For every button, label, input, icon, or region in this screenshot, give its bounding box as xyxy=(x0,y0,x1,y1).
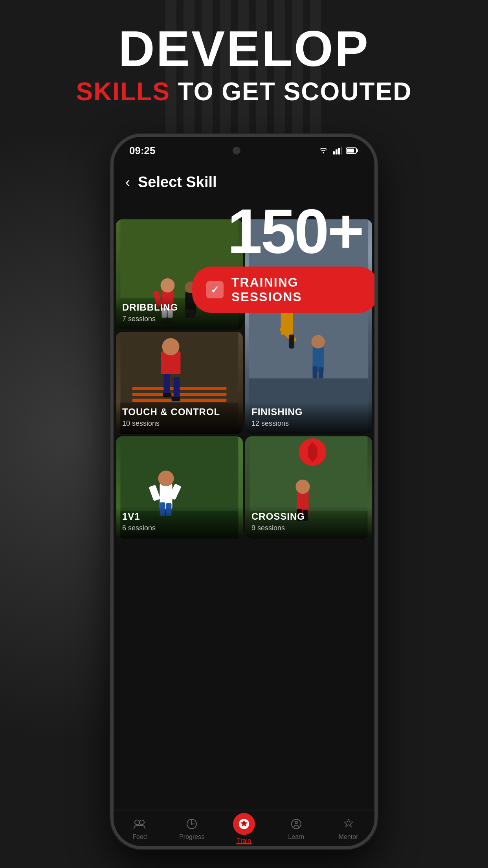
skills-count: 150+ xyxy=(227,200,363,263)
back-button[interactable]: ‹ xyxy=(125,175,130,189)
skill-card-1v1[interactable]: 1V1 6 sessions xyxy=(116,436,243,539)
phone-shell: 09:25 xyxy=(110,134,378,849)
nav-item-feed[interactable]: Feed xyxy=(114,817,166,840)
1v1-overlay: 1V1 6 sessions xyxy=(116,506,243,539)
svg-rect-6 xyxy=(347,149,354,153)
svg-rect-1 xyxy=(333,151,335,154)
status-bar: 09:25 xyxy=(114,137,374,164)
svg-marker-0 xyxy=(323,152,324,154)
finishing-sessions: 12 sessions xyxy=(251,419,366,428)
svg-marker-66 xyxy=(344,819,353,827)
nav-item-mentor[interactable]: Mentor xyxy=(322,817,374,840)
header-tagline: TO GET SCOUTED xyxy=(170,77,412,106)
count-overlay: 150+ xyxy=(227,200,363,263)
svg-point-61 xyxy=(191,823,193,825)
screen-topbar: ‹ Select Skill xyxy=(114,164,374,197)
touch-overlay: TOUCH & CONTROL 10 sessions xyxy=(116,402,243,434)
nav-item-progress[interactable]: Progress xyxy=(166,817,218,840)
svg-rect-3 xyxy=(338,148,340,154)
svg-point-29 xyxy=(312,335,325,348)
svg-rect-37 xyxy=(164,371,170,395)
svg-point-65 xyxy=(295,821,297,824)
phone-screen: ‹ Select Skill 150+ ✓ TRAINING SESSIONS xyxy=(114,164,374,846)
svg-point-55 xyxy=(296,480,310,494)
learn-icon xyxy=(289,817,303,831)
learn-label: Learn xyxy=(288,833,304,840)
checkmark-icon: ✓ xyxy=(211,284,219,296)
svg-rect-4 xyxy=(341,147,342,154)
wifi-icon xyxy=(318,147,329,154)
crossing-name: CROSSING xyxy=(251,511,366,522)
progress-label: Progress xyxy=(179,833,204,840)
bottom-navigation: Feed Progress xyxy=(114,811,374,846)
page-title: Select Skill xyxy=(138,174,217,191)
camera-dot xyxy=(233,147,240,154)
skill-card-touch[interactable]: TOUCH & CONTROL 10 sessions xyxy=(116,332,243,434)
svg-point-42 xyxy=(162,338,180,355)
badge-check-icon: ✓ xyxy=(206,281,224,298)
finishing-overlay: FINISHING 12 sessions xyxy=(245,402,372,434)
header-sub: SKILLS TO GET SCOUTED xyxy=(0,77,488,106)
nav-item-train[interactable]: Train xyxy=(218,813,270,844)
svg-point-58 xyxy=(135,820,139,825)
svg-rect-40 xyxy=(172,397,180,401)
svg-rect-31 xyxy=(319,367,323,378)
signal-icon xyxy=(333,147,342,154)
train-button[interactable] xyxy=(233,813,255,835)
svg-rect-2 xyxy=(336,149,338,154)
crossing-overlay: CROSSING 9 sessions xyxy=(245,506,372,539)
svg-rect-38 xyxy=(174,377,180,399)
header-skills-word: SKILLS xyxy=(76,77,170,106)
crossing-sessions: 9 sessions xyxy=(251,524,366,532)
dribbling-sessions: 7 sessions xyxy=(122,315,237,323)
svg-point-12 xyxy=(161,278,175,292)
1v1-sessions: 6 sessions xyxy=(122,524,237,532)
header-develop: DEVELOP xyxy=(0,24,488,74)
feed-label: Feed xyxy=(132,833,147,840)
status-time: 09:25 xyxy=(129,145,156,157)
svg-rect-30 xyxy=(313,366,317,378)
skill-card-crossing[interactable]: CROSSING 9 sessions xyxy=(245,436,372,539)
svg-rect-26 xyxy=(289,335,294,348)
badge-label: TRAINING SESSIONS xyxy=(231,275,364,304)
mentor-label: Mentor xyxy=(339,833,358,840)
nav-item-learn[interactable]: Learn xyxy=(270,817,322,840)
svg-rect-7 xyxy=(357,149,358,152)
touch-sessions: 10 sessions xyxy=(122,419,237,428)
svg-point-46 xyxy=(158,471,174,486)
header-section: DEVELOP SKILLS TO GET SCOUTED xyxy=(0,24,488,106)
touch-name: TOUCH & CONTROL xyxy=(122,406,237,418)
active-indicator xyxy=(236,843,252,844)
battery-icon xyxy=(346,147,359,154)
1v1-name: 1V1 xyxy=(122,511,237,522)
soccer-ball-icon xyxy=(238,818,250,830)
feed-icon xyxy=(132,817,147,831)
mentor-icon xyxy=(341,817,356,831)
training-badge: ✓ TRAINING SESSIONS xyxy=(192,267,374,313)
phone-device: 09:25 xyxy=(110,134,378,849)
finishing-name: FINISHING xyxy=(251,406,366,418)
progress-icon xyxy=(185,817,199,831)
svg-point-59 xyxy=(139,820,144,825)
svg-rect-39 xyxy=(163,393,172,397)
status-icons xyxy=(318,147,359,154)
